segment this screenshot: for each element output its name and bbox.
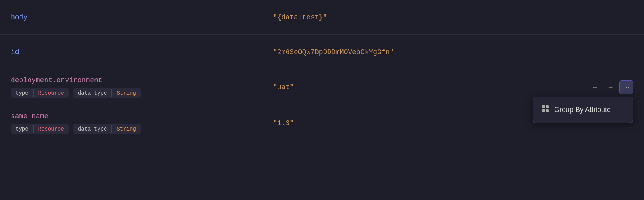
dropdown-menu: Group By Attribute [533, 97, 633, 123]
cell-right-row: "uat" ← → ⋯ [273, 80, 633, 94]
svg-rect-0 [542, 105, 545, 108]
attribute-name-body: body [11, 14, 251, 21]
cell-attr-value: "2m6SeOQw7DpDDDmMOVebCkYgGfn" [262, 35, 644, 69]
group-by-icon [541, 105, 550, 115]
tag-value-resource-2: Resource [34, 124, 69, 134]
attribute-name-id: id [11, 48, 251, 56]
table-row: body "{data:test}" [0, 0, 644, 35]
tag-value-string-2: String [112, 124, 140, 134]
tag-label-datatype: data type [73, 88, 112, 98]
tag-value-resource: Resource [34, 88, 69, 98]
table-row-deployment-environment: deployment.environment type Resource dat… [0, 69, 644, 105]
cell-attr-name-deployment: deployment.environment type Resource dat… [0, 69, 262, 105]
tag-group-type-2: type Resource [11, 124, 69, 134]
svg-rect-3 [546, 109, 549, 112]
group-by-label: Group By Attribute [554, 106, 611, 114]
more-options-button[interactable]: ⋯ [619, 80, 633, 94]
attribute-name-deployment: deployment.environment [11, 76, 251, 84]
attribute-name-same-name: same_name [11, 112, 251, 120]
attribute-value-same-name: "1.3" [273, 119, 294, 127]
tag-label-type-2: type [11, 124, 33, 134]
action-buttons: ← → ⋯ [588, 80, 633, 94]
tags-row: type Resource data type String [11, 88, 251, 98]
cell-attr-name: body [0, 0, 262, 34]
cell-attr-name-same-name: same_name type Resource data type String [0, 105, 262, 141]
tag-group-datatype: data type String [73, 88, 141, 98]
group-by-attribute-item[interactable]: Group By Attribute [533, 100, 633, 120]
tag-group-type: type Resource [11, 88, 69, 98]
tag-label-type: type [11, 88, 33, 98]
tag-label-datatype-2: data type [73, 124, 112, 134]
attribute-value-body: "{data:test}" [273, 14, 327, 21]
tag-value-string: String [112, 88, 140, 98]
svg-rect-2 [542, 109, 545, 112]
attribute-value-deployment: "uat" [273, 83, 294, 91]
cell-attr-name: id [0, 35, 262, 69]
data-table: body "{data:test}" id "2m6SeOQw7DpDDDmMO… [0, 0, 644, 200]
svg-rect-1 [546, 105, 549, 108]
navigate-left-button[interactable]: ← [588, 81, 602, 94]
navigate-right-button[interactable]: → [604, 81, 617, 94]
attribute-value-id: "2m6SeOQw7DpDDDmMOVebCkYgGfn" [273, 48, 394, 56]
cell-attr-value: "{data:test}" [262, 0, 644, 34]
tags-row: type Resource data type String [11, 124, 251, 134]
table-row: id "2m6SeOQw7DpDDDmMOVebCkYgGfn" [0, 35, 644, 69]
cell-attr-value-deployment: "uat" ← → ⋯ [262, 69, 644, 105]
tag-group-datatype-2: data type String [73, 124, 141, 134]
